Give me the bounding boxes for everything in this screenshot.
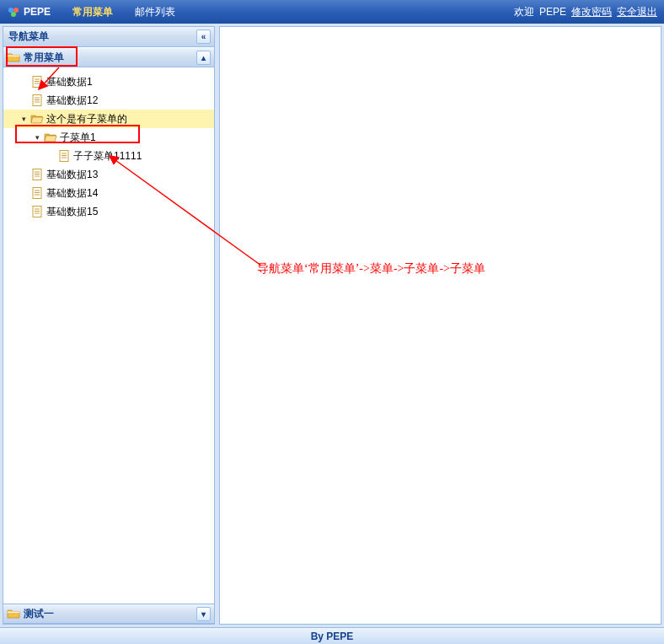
tree-node[interactable]: ▾子菜单1	[3, 128, 214, 147]
tree-node-label: 这个是有子菜单的	[46, 112, 127, 126]
footer: By PEPE	[0, 627, 664, 644]
folder-open-icon	[30, 112, 44, 126]
app-logo-icon	[7, 5, 20, 19]
tree-node-label: 基础数据15	[46, 205, 98, 219]
tree-node-label: 基础数据13	[46, 168, 98, 182]
accordion-toggle-collapse-icon[interactable]: ▴	[196, 51, 211, 65]
accordion-panel-common-menu-header[interactable]: 常用菜单 ▴	[3, 47, 214, 67]
tree-node[interactable]: 子子菜单11111	[3, 147, 214, 165]
tree-node[interactable]: 基础数据13	[3, 165, 214, 184]
header-right: 欢迎 PEPE 修改密码 安全退出	[514, 5, 657, 19]
tree-node[interactable]: 基础数据1	[3, 72, 214, 91]
nav-sidebar: 导航菜单 « 常用菜单 ▴ 基础数据1基础数据12▾这个是有子菜单的▾子菜单1子…	[3, 26, 215, 625]
tree-expander-icon[interactable]: ▾	[30, 133, 44, 142]
tree-node[interactable]: 基础数据15	[3, 202, 214, 221]
accordion-panel-title: 测试一	[24, 607, 54, 621]
nav-tree: 基础数据1基础数据12▾这个是有子菜单的▾子菜单1子子菜单11111基础数据13…	[3, 67, 214, 226]
document-icon	[30, 186, 44, 200]
footer-text: By PEPE	[311, 631, 354, 642]
content-panel	[219, 26, 661, 625]
welcome-prefix: 欢迎	[514, 5, 534, 19]
tab-mail-list[interactable]: 邮件列表	[130, 2, 180, 23]
tab-common-menu[interactable]: 常用菜单	[67, 2, 118, 23]
tree-node-label: 子子菜单11111	[73, 149, 142, 164]
app-header: PEPE 常用菜单 邮件列表 欢迎 PEPE 修改密码 安全退出	[0, 0, 664, 24]
accordion: 常用菜单 ▴ 基础数据1基础数据12▾这个是有子菜单的▾子菜单1子子菜单1111…	[3, 47, 214, 624]
link-change-password[interactable]: 修改密码	[571, 5, 612, 19]
body-wrap: 导航菜单 « 常用菜单 ▴ 基础数据1基础数据12▾这个是有子菜单的▾子菜单1子…	[0, 24, 664, 627]
link-logout[interactable]: 安全退出	[617, 5, 657, 19]
svg-point-2	[11, 12, 16, 17]
sidebar-collapse-button[interactable]: «	[196, 30, 211, 44]
app-name: PEPE	[24, 6, 51, 18]
folder-open-icon	[44, 131, 57, 144]
accordion-panel-test-header[interactable]: 测试一 ▾	[3, 604, 214, 624]
document-icon	[30, 205, 44, 218]
sidebar-title-text: 导航菜单	[8, 30, 49, 44]
svg-point-0	[8, 8, 13, 13]
collapse-left-icon: «	[201, 32, 206, 41]
tree-node[interactable]: ▾这个是有子菜单的	[3, 110, 214, 128]
tree-node[interactable]: 基础数据12	[3, 91, 214, 110]
tree-node-label: 基础数据1	[46, 75, 93, 89]
accordion-toggle-expand-icon[interactable]: ▾	[196, 607, 211, 621]
document-icon	[30, 94, 44, 107]
sidebar-title-bar: 导航菜单 «	[3, 27, 214, 47]
tree-node[interactable]: 基础数据14	[3, 184, 214, 202]
top-tabs: 常用菜单 邮件列表	[67, 2, 180, 23]
document-icon	[30, 75, 44, 89]
accordion-panel-body: 基础数据1基础数据12▾这个是有子菜单的▾子菜单1子子菜单11111基础数据13…	[3, 67, 214, 604]
tree-node-label: 基础数据12	[46, 94, 98, 108]
welcome-user: PEPE	[539, 6, 566, 18]
tree-node-label: 子菜单1	[60, 131, 96, 145]
tree-expander-icon[interactable]: ▾	[17, 115, 30, 123]
document-icon	[57, 149, 71, 163]
folder-icon	[7, 51, 20, 64]
folder-icon	[7, 607, 20, 620]
document-icon	[30, 168, 44, 181]
accordion-panel-title: 常用菜单	[24, 51, 64, 65]
svg-point-1	[13, 8, 19, 13]
tree-node-label: 基础数据14	[46, 186, 98, 201]
